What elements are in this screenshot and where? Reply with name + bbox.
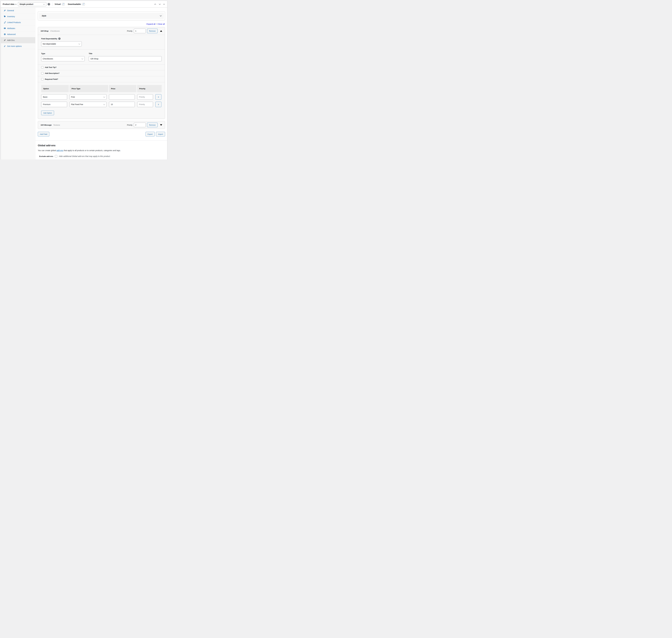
tab-label: General	[7, 10, 14, 12]
global-addons-description: You can create global add-ons that apply…	[38, 149, 165, 152]
add-description-checkbox[interactable]	[41, 72, 44, 74]
collapse-addon-icon[interactable]	[160, 30, 162, 32]
price-input[interactable]	[109, 102, 135, 107]
type-field-label: Type	[41, 52, 85, 54]
product-type-select[interactable]: Simple product	[18, 2, 46, 6]
price-column-header: Price	[109, 85, 136, 92]
addon-name: Gift Message	[41, 124, 52, 126]
tab-label: Inventory	[7, 15, 15, 18]
help-icon[interactable]: ?	[48, 3, 50, 5]
tab-attributes[interactable]: Attributes	[1, 26, 35, 31]
import-button[interactable]: Import	[156, 132, 165, 136]
index-card-icon	[4, 27, 6, 29]
global-addons-section: Global add-ons You can create global add…	[35, 140, 167, 157]
add-description-label: Add Description?	[45, 72, 60, 74]
delete-option-button[interactable]: X	[155, 94, 162, 100]
tab-general[interactable]: General	[1, 7, 35, 14]
move-down-icon[interactable]	[158, 3, 162, 6]
exclude-addons-hint: Hide additional Global add-ons that may …	[59, 155, 111, 157]
style-accordion-title: Style	[42, 15, 46, 17]
title-input[interactable]	[89, 56, 162, 61]
dependability-select[interactable]: Not dependable	[41, 41, 82, 47]
option-priority-input[interactable]	[137, 102, 153, 107]
move-up-icon[interactable]	[154, 3, 157, 6]
virtual-checkbox[interactable]	[62, 3, 65, 5]
remove-addon-button[interactable]: Remove	[147, 123, 157, 127]
product-data-body: General Inventory Linked Products Attrib…	[1, 7, 167, 160]
virtual-group: Virtual:	[54, 3, 65, 5]
export-button[interactable]: Export	[146, 132, 155, 136]
downloadable-label: Downloadable:	[68, 3, 81, 5]
chevron-down-icon	[160, 15, 162, 16]
addon-header: Gift Wrap Checkboxes Priority Remove	[38, 27, 165, 35]
delete-option-button[interactable]: X	[155, 102, 162, 107]
tab-linked-products[interactable]: Linked Products	[1, 19, 35, 26]
panel-title: Product data —	[3, 3, 17, 5]
options-table-header: Option Price Type Price Priority	[41, 85, 162, 92]
option-name-input[interactable]	[41, 102, 67, 107]
add-ons-link[interactable]: add-ons	[56, 149, 63, 152]
add-field-button[interactable]: Add Field	[38, 132, 49, 136]
price-input[interactable]	[109, 94, 135, 100]
wrench-icon	[4, 10, 6, 12]
close-all-link[interactable]: Close all	[157, 23, 165, 25]
help-icon[interactable]: ?	[58, 37, 61, 40]
virtual-label: Virtual:	[54, 3, 61, 5]
price-type-select[interactable]: Flat Fixed Fee	[70, 102, 106, 107]
price-type-column-header: Price Type	[70, 85, 108, 92]
addons-actions-row: Add Field Export Import	[38, 132, 165, 136]
product-data-header: Product data — Simple product ? Virtual:…	[1, 1, 167, 7]
divider	[38, 82, 165, 82]
expand-close-links: Expand all/Close all	[38, 23, 165, 25]
addon-header: Gift Message Textarea Priority Remove	[38, 121, 165, 129]
expand-all-link[interactable]: Expand all	[147, 23, 155, 25]
style-accordion-header[interactable]: Style	[39, 13, 164, 19]
tab-label: Advanced	[7, 33, 16, 35]
option-priority-input[interactable]	[137, 94, 153, 100]
metabox-handle-actions	[154, 3, 165, 6]
tab-label: Get more options	[7, 45, 22, 47]
tab-advanced[interactable]: Advanced	[1, 31, 35, 37]
links-separator: /	[156, 23, 157, 25]
option-name-input[interactable]	[41, 94, 67, 100]
description-prefix: You can create global	[38, 149, 56, 152]
add-tool-tip-checkbox[interactable]	[41, 66, 44, 68]
addon-body: Field Dependability ? Not dependable Typ…	[38, 35, 165, 119]
description-suffix: that apply to all products or to certain…	[63, 149, 121, 152]
type-select[interactable]: Checkboxes	[41, 56, 85, 61]
addon-name: Gift Wrap	[41, 30, 49, 32]
addon-header-controls: Priority Remove	[127, 123, 162, 127]
exclude-addons-checkbox[interactable]	[55, 155, 57, 157]
price-type-select[interactable]: Free	[70, 94, 106, 100]
tab-label: Linked Products	[7, 21, 21, 23]
add-option-button[interactable]: Add Option	[41, 111, 54, 115]
style-accordion-card: Style	[38, 11, 165, 20]
downloadable-checkbox[interactable]	[82, 3, 85, 5]
add-tool-tip-row: Add Tool Tip?	[41, 64, 162, 70]
triangle-down-icon	[160, 124, 162, 126]
addon-card-gift-wrap: Gift Wrap Checkboxes Priority Remove Fi	[38, 27, 165, 119]
tab-inventory[interactable]: Inventory	[1, 14, 35, 19]
wrench-icon	[4, 39, 6, 41]
triangle-up-icon	[160, 30, 162, 32]
addon-type: Textarea	[53, 124, 60, 126]
option-row: Free X	[41, 94, 162, 100]
priority-column-header: Priority	[137, 85, 162, 92]
exclude-addons-label: Exclude add-ons	[39, 155, 53, 157]
field-dependability-row: Field Dependability ?	[41, 37, 162, 40]
priority-input[interactable]	[134, 29, 146, 33]
title-field-label: Title	[89, 52, 162, 54]
priority-input[interactable]	[134, 123, 146, 127]
tab-add-ons[interactable]: Add-Ons	[1, 37, 35, 43]
field-dependability-label: Field Dependability	[41, 38, 57, 40]
type-column: Type Checkboxes	[41, 52, 85, 61]
remove-addon-button[interactable]: Remove	[147, 29, 157, 33]
type-title-row: Type Checkboxes Title	[41, 52, 162, 61]
tag-icon	[4, 15, 6, 17]
add-ons-panel: Style Expand all/Close all Gift Wrap Che…	[35, 7, 167, 160]
collapse-toggle-icon[interactable]	[163, 3, 165, 5]
required-field-checkbox[interactable]	[41, 78, 44, 80]
option-row: Flat Fixed Fee X	[41, 102, 162, 107]
tab-get-more-options[interactable]: Get more options	[1, 43, 35, 49]
expand-addon-icon[interactable]	[160, 124, 162, 126]
